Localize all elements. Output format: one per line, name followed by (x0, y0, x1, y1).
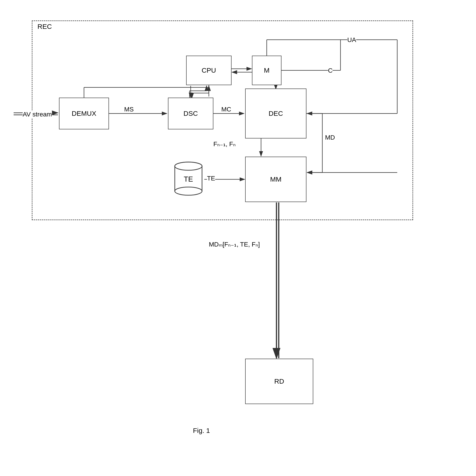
av-stream-label: AV stream (23, 111, 52, 118)
diagram-container: REC (0, 0, 476, 476)
svg-point-38 (175, 162, 202, 170)
cpu-label: CPU (202, 67, 216, 74)
ua-label: UA (347, 36, 356, 44)
te-conn-label: TE (207, 175, 215, 182)
dsc-box: DSC (168, 98, 213, 129)
cpu-box: CPU (186, 56, 232, 85)
mm-label: MM (270, 175, 281, 183)
rd-label: RD (274, 377, 284, 385)
demux-box: DEMUX (59, 98, 109, 129)
te-cylinder-svg: TE (172, 161, 204, 198)
m-box: M (252, 56, 281, 85)
dsc-label: DSC (183, 110, 198, 117)
rd-box: RD (245, 359, 313, 404)
demux-label: DEMUX (72, 110, 96, 117)
svg-text:TE: TE (184, 175, 193, 183)
md-label: MD (325, 134, 335, 141)
rec-label: REC (37, 23, 52, 30)
ms-label: MS (124, 106, 134, 113)
c-label: C (328, 67, 333, 74)
dec-label: DEC (269, 110, 283, 117)
mm-box: MM (245, 157, 306, 202)
md-m-label: MDₘ[Fₙ₋₁, TE, Fₙ] (209, 241, 260, 248)
svg-point-37 (175, 187, 202, 195)
m-label: M (264, 67, 270, 74)
fn-label: Fₙ₋₁, Fₙ (213, 140, 236, 148)
mc-label: MC (221, 106, 231, 113)
figure-label: Fig. 1 (193, 427, 210, 434)
dec-box: DEC (245, 88, 306, 138)
